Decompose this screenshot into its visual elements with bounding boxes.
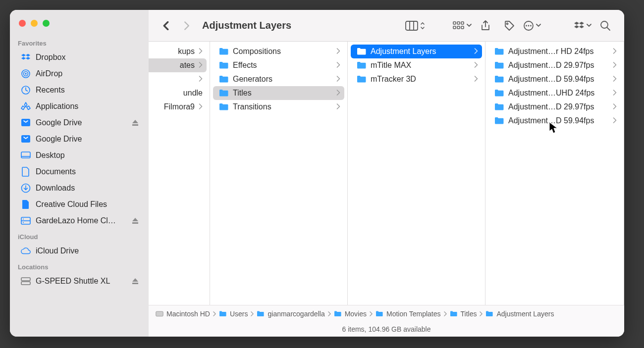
sidebar-item[interactable]: Google Drive: [13, 131, 146, 147]
path-bar[interactable]: Macintosh HDUsersgianmarcogardellaMovies…: [149, 305, 624, 322]
status-text: 6 items, 104.96 GB available: [342, 325, 431, 333]
close-button[interactable]: [19, 20, 26, 27]
path-separator-icon: [370, 310, 373, 318]
list-item[interactable]: mTracker 3D: [351, 72, 482, 86]
path-segment[interactable]: Macintosh HD: [156, 310, 210, 318]
item-label: Filmora9: [149, 102, 195, 111]
folder-icon: [219, 75, 229, 84]
path-segment[interactable]: Titles: [450, 310, 477, 318]
eject-icon[interactable]: [132, 119, 139, 126]
path-segment[interactable]: gianmarcogardella: [257, 310, 324, 318]
back-button[interactable]: [158, 17, 174, 34]
list-item[interactable]: Transitions: [213, 100, 344, 114]
list-item[interactable]: undle: [149, 86, 207, 100]
list-item[interactable]: Generators: [213, 72, 344, 86]
eject-icon[interactable]: [132, 217, 139, 224]
column-view: kupsatesundleFilmora9CompositionsEffects…: [149, 42, 624, 305]
item-label: Adjustment Layers: [371, 47, 470, 56]
list-item[interactable]: [149, 72, 207, 86]
sidebar-item-label: Recents: [36, 86, 65, 95]
folder-icon: [494, 116, 504, 125]
chevron-down-icon: [536, 24, 541, 28]
chevron-right-icon: [474, 61, 478, 70]
zoom-button[interactable]: [43, 20, 50, 27]
expand-icon: [420, 22, 425, 30]
sidebar-item[interactable]: Recents: [13, 82, 146, 98]
list-item[interactable]: Effects: [213, 58, 344, 72]
svg-rect-8: [21, 152, 30, 158]
list-item[interactable]: kups: [149, 45, 207, 58]
action-button[interactable]: [523, 20, 541, 31]
window-title: Adjustment Layers: [202, 20, 291, 31]
path-segment[interactable]: Motion Templates: [376, 310, 440, 318]
path-segment[interactable]: Adjustment Layers: [485, 310, 554, 318]
apps-icon: [21, 101, 31, 111]
list-item[interactable]: Filmora9: [149, 100, 207, 114]
search-button[interactable]: [595, 16, 615, 36]
gdrive-icon: [21, 134, 31, 144]
forward-button[interactable]: [178, 17, 195, 34]
sidebar-item[interactable]: GardeLazo Home Cl…: [13, 213, 146, 229]
desktop-icon: [21, 150, 31, 160]
sidebar-item[interactable]: Documents: [13, 164, 146, 180]
svg-rect-23: [453, 26, 456, 29]
chevron-right-icon: [336, 102, 340, 111]
content-area: Adjustment Layers: [149, 10, 624, 337]
list-item[interactable]: Adjustment…D 59.94fps: [488, 114, 621, 128]
sidebar-item-label: Applications: [36, 102, 78, 111]
sidebar-item[interactable]: Creative Cloud Files: [13, 197, 146, 212]
window-controls: [10, 17, 149, 36]
list-item[interactable]: Adjustment…D 29.97fps: [488, 58, 621, 72]
chevron-right-icon: [199, 47, 203, 56]
path-separator-icon: [213, 310, 216, 318]
path-segment[interactable]: Movies: [334, 310, 367, 318]
toolbar: Adjustment Layers: [149, 10, 624, 42]
sidebar-item[interactable]: Applications: [13, 99, 146, 114]
sidebar-item[interactable]: AirDrop: [13, 66, 146, 82]
chevron-right-icon: [474, 75, 478, 84]
share-button[interactable]: [476, 16, 495, 36]
folder-icon: [494, 47, 504, 56]
list-item[interactable]: Adjustment…D 59.94fps: [488, 72, 621, 86]
sidebar-item[interactable]: Downloads: [13, 180, 146, 196]
path-separator-icon: [480, 310, 483, 318]
view-columns-button[interactable]: [405, 21, 425, 31]
item-label: Compositions: [233, 47, 332, 56]
sidebar-item[interactable]: G-SPEED Shuttle XL: [13, 273, 146, 289]
svg-point-30: [530, 25, 532, 26]
dropbox-button[interactable]: [574, 21, 591, 30]
path-separator-icon: [444, 310, 447, 318]
item-label: ates: [149, 61, 195, 70]
tags-button[interactable]: [499, 16, 519, 36]
list-item[interactable]: Adjustment…r HD 24fps: [488, 45, 621, 58]
svg-rect-21: [457, 22, 460, 24]
svg-point-28: [526, 25, 527, 26]
sidebar-item[interactable]: Google Drive: [13, 115, 146, 131]
sidebar-item[interactable]: Dropbox: [13, 50, 146, 65]
list-item[interactable]: Adjustment…UHD 24fps: [488, 86, 621, 100]
minimize-button[interactable]: [31, 20, 38, 27]
chevron-down-icon: [587, 24, 591, 28]
ccf-icon: [21, 199, 31, 209]
list-item[interactable]: Compositions: [213, 45, 344, 58]
list-item[interactable]: ates: [149, 58, 207, 72]
list-item[interactable]: mTitle MAX: [351, 58, 482, 72]
sidebar-section-label: iCloud: [10, 229, 149, 243]
list-item[interactable]: Adjustment Layers: [351, 45, 482, 58]
sidebar-item[interactable]: iCloud Drive: [13, 243, 146, 259]
list-item[interactable]: Titles: [213, 86, 344, 100]
svg-rect-33: [156, 311, 163, 316]
clock-icon: [21, 85, 31, 95]
group-button[interactable]: [453, 21, 472, 30]
gdrive-icon: [21, 118, 31, 128]
path-segment[interactable]: Users: [219, 310, 248, 318]
folder-icon: [357, 61, 367, 70]
sidebar-item[interactable]: Desktop: [13, 148, 146, 163]
chevron-right-icon: [613, 102, 617, 111]
eject-icon[interactable]: [132, 278, 139, 285]
list-item[interactable]: Adjustment…D 29.97fps: [488, 100, 621, 114]
path-separator-icon: [251, 310, 254, 318]
sidebar-item-label: G-SPEED Shuttle XL: [36, 277, 110, 286]
sidebar-item-label: Desktop: [36, 151, 65, 160]
item-label: kups: [149, 47, 195, 56]
